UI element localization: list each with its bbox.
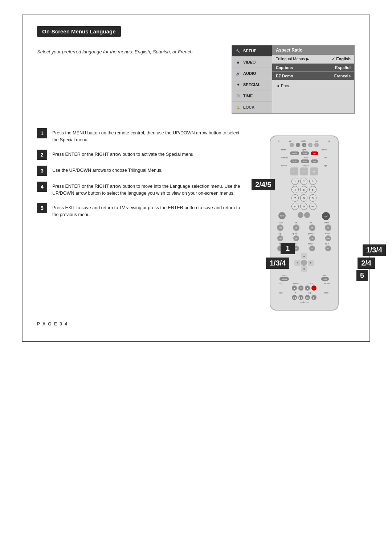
btn-play: ▶ — [292, 285, 297, 291]
pip-row: pip p- p+ swp — [273, 235, 335, 241]
step-number-3: 3 — [37, 166, 47, 176]
step-2: 2 Press ENTER or the RIGHT arrow button … — [37, 150, 246, 160]
btn-mode: mode — [290, 151, 299, 155]
btn-dvi: dvi — [311, 159, 318, 163]
input-buttons: c1 c2 rgb — [273, 167, 335, 175]
menu-item-setup: 🔧 SETUP — [232, 45, 272, 57]
source-labels: tvvcrcabledvdsat — [273, 140, 335, 142]
dpad-down: ▼ — [301, 266, 307, 272]
btn-pp-input: ppi — [325, 246, 331, 251]
btn-fav: fav — [309, 203, 317, 210]
sap-row: sap vol ch vid — [273, 224, 335, 231]
dpad-ok — [301, 260, 307, 266]
page-footer: P A G E 3 4 — [37, 321, 355, 327]
step-number-2: 2 — [37, 150, 47, 160]
menu-left-panel: 🔧 SETUP ■ VIDEO 🔊 AUDIO ✦ SPECIAL ⏱ — [232, 45, 272, 113]
steps-remote-section: 1 Press the MENU button on the remote co… — [37, 128, 355, 311]
btn-sat: ○ — [314, 143, 319, 147]
callout-134-bottom: 1/3/4 — [266, 258, 289, 269]
btn-ff: ▶▶ — [298, 295, 303, 300]
page-container: On-Screen Menus Language Select your pre… — [22, 15, 370, 342]
callout-1: 1 — [281, 243, 295, 254]
function-labels: modelightpower — [273, 149, 335, 151]
dpad-empty-tr — [308, 253, 314, 259]
remote-wrapper: 2/4/5 1/3/4 2/4 5 1 1/3/4 tvvcrcabledvds… — [270, 135, 339, 311]
btn-freeze: frz — [309, 246, 315, 251]
btn-vol-up: + — [304, 212, 310, 218]
rew-labels: rewffskip-skip+ — [273, 292, 335, 294]
btn-light: light — [301, 151, 309, 155]
dpad-empty-bl — [294, 266, 301, 272]
btn-tv: ○ — [290, 143, 294, 147]
dpad-empty-br — [308, 266, 314, 272]
btn-8: 8 — [300, 194, 307, 202]
btn-5: 5 — [300, 186, 307, 193]
btn-record: ● — [311, 285, 317, 291]
btn-skip-fwd: ▶| — [311, 295, 317, 300]
remote-control: tvvcrcabledvdsat ○ ● ● ○ ○ modelightpowe… — [270, 135, 339, 311]
step-5: 5 Press EXIT to save and return to TV vi… — [37, 203, 246, 219]
menu-mockup: 🔧 SETUP ■ VIDEO 🔊 AUDIO ✦ SPECIAL ⏱ — [232, 45, 355, 114]
btn-7: 7 — [291, 194, 299, 202]
btn-cable: ● — [302, 143, 306, 147]
transport-labels: playpausestoprecord — [273, 282, 335, 284]
btn-power: pwr — [311, 151, 318, 155]
btn-exit: exit — [321, 277, 329, 281]
btn-tvvideo: tv/vid — [290, 159, 299, 163]
menu-item-special: ✦ SPECIAL — [232, 79, 272, 90]
btn-menu: menu — [279, 277, 289, 281]
input-labels: comp1comp2rgb — [273, 165, 335, 167]
step-text-3: Use the UP/DOWN arrows to choose Triling… — [52, 166, 163, 174]
btn-pause: ⏸ — [298, 285, 303, 291]
dpad-empty-tl — [294, 253, 301, 259]
dpad-right: ► — [308, 260, 314, 266]
btn-ch: ch — [309, 224, 315, 231]
btn-video-mode: vid — [325, 224, 331, 231]
step-number-5: 5 — [37, 203, 47, 213]
btn-3: 3 — [309, 178, 317, 185]
dpad: ▲ ◄ ► ▼ — [294, 253, 314, 272]
step-text-2: Press ENTER or the RIGHT arrow button to… — [52, 150, 195, 158]
mode-buttons: tv/vid front dvi — [273, 159, 335, 163]
dpad-up: ▲ — [301, 253, 307, 259]
pip-labels: pippip ch-pip ch+swap — [273, 232, 335, 235]
remote-area: 2/4/5 1/3/4 2/4 5 1 1/3/4 tvvcrcabledvds… — [253, 128, 355, 311]
steps-list: 1 Press the MENU button on the remote co… — [37, 128, 246, 311]
btn-rew: ◀◀ — [292, 295, 297, 300]
menu-right-header: Aspect Ratio — [272, 45, 354, 55]
btn-0: 0 — [300, 203, 307, 210]
btn-4: 4 — [291, 186, 299, 193]
top-section: Select your preferred language for the m… — [37, 45, 355, 114]
step-number-1: 1 — [37, 128, 47, 138]
menu-right-panel: Aspect Ratio Trilingual Menus ▶ English … — [272, 45, 354, 113]
btn-rgb: rgb — [310, 167, 318, 175]
transport-row2: ◀◀ ▶▶ |◀ ▶| — [273, 295, 335, 300]
btn-swap: swp — [325, 235, 331, 241]
btn-2: 2 — [300, 178, 307, 185]
time-icon: ⏱ — [235, 93, 241, 99]
btn-dvd: ○ — [308, 143, 313, 147]
spacer — [303, 277, 307, 281]
btn-pip-minus: p- — [293, 235, 299, 241]
btn-vol-down: - — [298, 212, 303, 218]
special-icon: ✦ — [235, 82, 241, 88]
menu-exit-labels: menuexit — [273, 274, 335, 276]
btn-sap: sap — [277, 224, 283, 231]
source-buttons: ○ ● ● ○ ○ — [273, 143, 335, 147]
lock-icon: 🔒 — [235, 104, 241, 110]
step-3: 3 Use the UP/DOWN arrows to choose Trili… — [37, 166, 246, 176]
btn-1: 1 — [291, 178, 299, 185]
step-1: 1 Press the MENU button on the remote co… — [37, 128, 246, 144]
lang-francais: Français — [334, 74, 351, 78]
step-text-4: Press ENTER or the RIGHT arrow button to… — [52, 182, 246, 197]
btn-pip: pip — [277, 235, 283, 241]
menu-item-audio: 🔊 AUDIO — [232, 68, 272, 79]
sap-labels: sapvolchvideo — [273, 222, 335, 224]
dpad-left: ◄ — [294, 260, 301, 266]
mute-surf-row: mute - + surf — [273, 212, 335, 220]
callout-134-right: 1/3/4 — [363, 244, 386, 256]
btn-9: 9 — [309, 194, 317, 202]
btn-vol-ctrl: vol — [293, 224, 299, 231]
setup-icon: 🔧 — [235, 48, 241, 54]
btn-comp2: c2 — [300, 167, 308, 175]
